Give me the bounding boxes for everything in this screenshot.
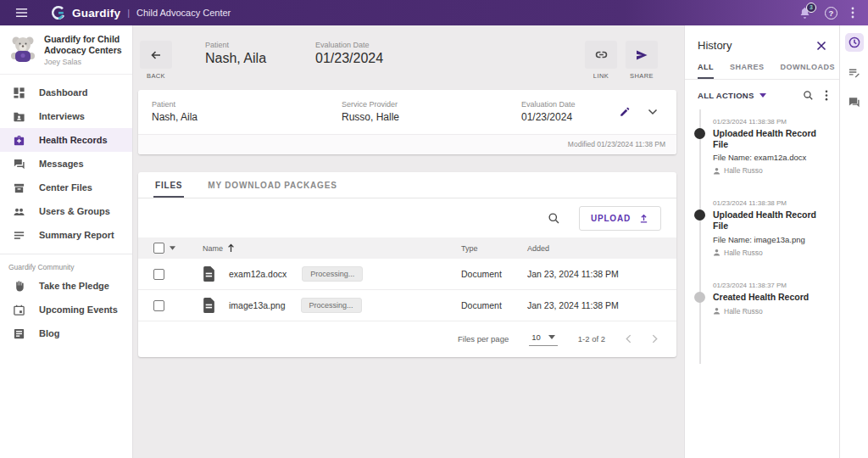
previous-page-button[interactable] xyxy=(626,334,632,344)
column-header-added[interactable]: Added xyxy=(527,244,661,253)
sidebar-item-upcoming-events[interactable]: Upcoming Events xyxy=(0,298,132,321)
share-button[interactable] xyxy=(626,41,658,69)
help-button[interactable]: ? xyxy=(825,7,837,20)
table-row[interactable]: exam12a.docx Processing... Document Jan … xyxy=(138,259,676,290)
sidebar-item-messages[interactable]: Messages xyxy=(0,152,132,176)
chat-icon xyxy=(848,96,860,109)
sidebar-item-summary-report[interactable]: Summary Report xyxy=(0,223,132,247)
navbar-left: Guardify | Child Advocacy Center xyxy=(10,5,231,20)
navbar-right: 3 ? xyxy=(798,7,858,20)
sidebar-item-dashboard[interactable]: Dashboard xyxy=(0,81,132,104)
edit-record-button[interactable] xyxy=(619,106,631,118)
row-checkbox[interactable] xyxy=(153,300,164,311)
tab-my-download-packages[interactable]: MY DOWNLOAD PACKAGES xyxy=(206,172,338,198)
select-all-checkbox[interactable] xyxy=(153,243,164,254)
link-icon xyxy=(594,47,609,62)
sidebar-item-take-the-pledge[interactable]: Take the Pledge xyxy=(0,274,132,298)
close-history-button[interactable] xyxy=(816,41,826,51)
sidebar-item-label: Take the Pledge xyxy=(39,281,109,291)
page-size-select[interactable]: 10 xyxy=(529,331,558,346)
app-title: Child Advocacy Center xyxy=(136,8,231,18)
sidebar-item-health-records[interactable]: Health Records xyxy=(0,128,132,152)
column-header-name[interactable]: Name xyxy=(203,243,461,253)
share-send-icon xyxy=(635,48,648,62)
brand-name: Guardify xyxy=(72,7,120,20)
kebab-menu-icon[interactable] xyxy=(851,7,854,19)
field-label: Evaluation Date xyxy=(521,100,619,109)
history-rail-button[interactable] xyxy=(845,33,864,52)
column-header-type[interactable]: Type xyxy=(461,244,527,253)
next-page-button[interactable] xyxy=(652,334,658,344)
people-icon xyxy=(13,205,26,218)
chat-rail-button[interactable] xyxy=(845,92,864,111)
record-summary-card: Patient Nash, Aila Service Provider Russ… xyxy=(138,90,676,154)
tab-shares[interactable]: SHARES xyxy=(730,63,765,79)
timeline-event: 01/23/2024 11:38:37 PM Created Health Re… xyxy=(713,282,832,316)
sidebar-item-blog[interactable]: Blog xyxy=(0,321,132,345)
event-title: Uploaded Health Record File xyxy=(713,128,832,150)
history-panel: History ALL SHARES DOWNLOADS ALL ACTIONS… xyxy=(684,25,839,458)
top-navbar: Guardify | Child Advocacy Center 3 ? xyxy=(0,0,868,25)
sidebar-item-users-groups[interactable]: Users & Groups xyxy=(0,199,132,223)
medical-bag-icon xyxy=(13,134,26,147)
hand-icon xyxy=(13,280,26,293)
back-label: BACK xyxy=(147,72,165,80)
copy-link-button[interactable] xyxy=(585,41,617,69)
field-value: 01/23/2024 xyxy=(521,111,619,123)
share-label: SHARE xyxy=(630,72,654,80)
event-detail: File Name: image13a.png xyxy=(713,235,832,244)
account-name: Guardify for Child Advocacy Centers xyxy=(44,34,125,56)
sidebar-item-label: Dashboard xyxy=(39,87,87,98)
timeline-event: 01/23/2024 11:38:38 PM Uploaded Health R… xyxy=(713,118,832,175)
document-file-icon xyxy=(203,298,215,313)
tab-downloads[interactable]: DOWNLOADS xyxy=(781,63,836,79)
row-checkbox[interactable] xyxy=(153,269,164,280)
community-section-label: Guardify Community xyxy=(0,254,132,274)
upload-icon xyxy=(638,213,649,224)
history-kebab-menu-icon[interactable] xyxy=(825,90,828,101)
chevron-right-icon xyxy=(652,334,658,344)
event-title: Created Health Record xyxy=(713,292,832,303)
brand-divider: | xyxy=(127,8,130,18)
account-user: Joey Salas xyxy=(44,58,125,66)
select-options-caret-icon[interactable] xyxy=(170,246,175,250)
hamburger-menu-icon[interactable] xyxy=(15,8,28,18)
upload-label: UPLOAD xyxy=(591,214,631,223)
files-toolbar: UPLOAD xyxy=(138,198,676,237)
sidebar-nav: Dashboard Interviews Health Records Mess… xyxy=(0,75,132,345)
search-files-button[interactable] xyxy=(548,212,560,225)
caret-down-icon[interactable] xyxy=(760,93,766,98)
notifications-button[interactable]: 3 xyxy=(798,7,811,20)
expand-record-button[interactable] xyxy=(648,109,658,115)
files-per-page-label: Files per page xyxy=(458,334,509,344)
sort-ascending-icon xyxy=(227,243,235,253)
sidebar-item-interviews[interactable]: Interviews xyxy=(0,104,132,128)
upload-button[interactable]: UPLOAD xyxy=(579,206,661,231)
history-clock-icon xyxy=(848,36,861,49)
event-user: Halle Russo xyxy=(724,166,763,175)
pencil-icon xyxy=(619,106,631,118)
tab-files[interactable]: FILES xyxy=(153,172,184,198)
tab-all[interactable]: ALL xyxy=(698,63,714,79)
event-user: Halle Russo xyxy=(724,249,763,257)
teddy-bear-avatar xyxy=(8,34,37,66)
notes-rail-button[interactable] xyxy=(845,63,864,81)
table-row[interactable]: image13a.png Processing... Document Jan … xyxy=(138,290,676,321)
chevron-left-icon xyxy=(626,334,632,344)
all-actions-filter[interactable]: ALL ACTIONS xyxy=(698,91,754,100)
event-title: Uploaded Health Record File xyxy=(713,209,832,232)
status-badge: Processing... xyxy=(302,266,363,282)
person-icon xyxy=(713,249,721,256)
file-name: exam12a.docx xyxy=(229,269,287,279)
account-switcher[interactable]: Guardify for Child Advocacy Centers Joey… xyxy=(0,25,132,75)
files-card: FILES MY DOWNLOAD PACKAGES UPLOAD Name T… xyxy=(138,172,676,357)
sidebar-item-label: Users & Groups xyxy=(39,206,110,216)
archive-icon xyxy=(13,182,26,194)
back-button[interactable] xyxy=(140,41,172,69)
notification-badge: 3 xyxy=(806,3,816,13)
file-name: image13a.png xyxy=(229,300,286,310)
search-history-button[interactable] xyxy=(803,90,814,101)
sidebar-item-center-files[interactable]: Center Files xyxy=(0,176,132,199)
patient-label: Patient xyxy=(205,41,266,49)
link-label: LINK xyxy=(593,72,609,80)
